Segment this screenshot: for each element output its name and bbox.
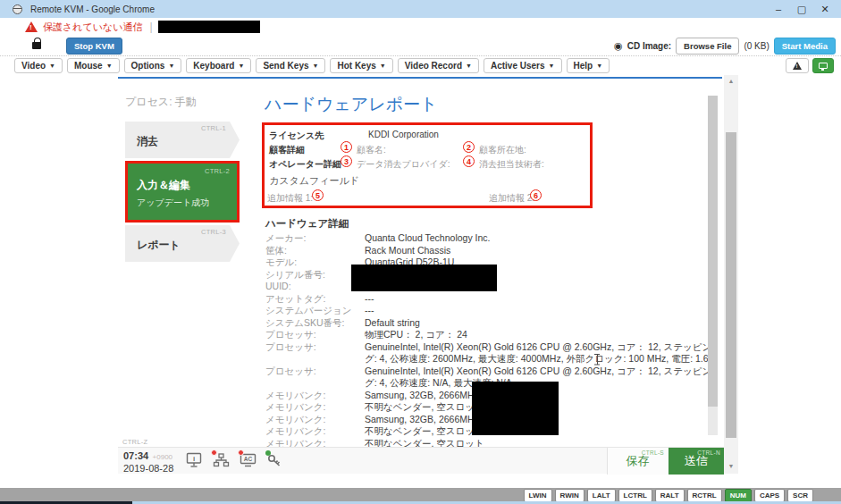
hardware-row-label: メーカー: xyxy=(265,232,306,245)
cd-image-size: (0 KB) xyxy=(744,41,769,51)
customer-location-field-label[interactable]: 顧客所在地: xyxy=(479,144,526,156)
hardware-details-heading: ハードウェア詳細 xyxy=(265,217,349,231)
key-icon[interactable] xyxy=(266,452,283,468)
menu-hot-keys[interactable]: Hot Keys▼ xyxy=(330,58,392,73)
page-scrollbar-track[interactable] xyxy=(708,407,718,435)
remote-screen: プロセス: 手動 CTRL-1消去CTRL-2入力＆編集アップデート成功CTRL… xyxy=(0,75,841,488)
menu-active-users[interactable]: Active Users▼ xyxy=(484,58,562,73)
close-button[interactable]: ✕ xyxy=(813,2,837,16)
start-media-button[interactable]: Start Media xyxy=(774,38,836,55)
hardware-row: 筐体:Rack Mount Chassis xyxy=(265,245,721,257)
extra-info-1-label[interactable]: 追加情報 1: xyxy=(267,192,313,205)
hardware-row: システムバージョン--- xyxy=(265,305,721,317)
menu-mouse[interactable]: Mouse▼ xyxy=(67,58,120,73)
address-separator: | xyxy=(150,21,153,33)
notification-badge xyxy=(211,449,217,456)
hardware-row-value: --- xyxy=(365,305,374,315)
hardware-row-value: GenuineIntel, Intel(R) Xeon(R) Gold 6126… xyxy=(365,341,718,365)
viewer-scrollbar[interactable]: ▲ ▼ xyxy=(724,75,738,474)
save-button[interactable]: CTRL-S 保存 xyxy=(607,448,668,475)
menu-send-keys[interactable]: Send Keys▼ xyxy=(256,58,325,73)
hardware-row-value: 不明なベンダー, 空スロット xyxy=(365,401,484,412)
monitor-ac-icon[interactable]: AC xyxy=(240,452,257,468)
scroll-down-icon[interactable]: ▼ xyxy=(724,463,738,469)
hardware-row-value: Quanta Cloud Technology Inc. xyxy=(365,232,490,243)
date-value: 2019-08-28 xyxy=(123,463,173,474)
custom-fields-heading: カスタムフィールド xyxy=(269,174,359,188)
chevron-down-icon: ▼ xyxy=(238,63,244,69)
send-button[interactable]: CTRL-N 送信 xyxy=(669,448,724,475)
alert-button[interactable] xyxy=(786,58,809,73)
step-shortcut: CTRL-2 xyxy=(205,167,230,175)
chevron-down-icon: ▼ xyxy=(168,63,174,69)
keystate-ralt[interactable]: RALT xyxy=(655,489,685,502)
hardware-row-label: モデル: xyxy=(265,256,297,269)
menu-keyboard[interactable]: Keyboard▼ xyxy=(186,58,251,73)
erasure-provider-field-label[interactable]: データ消去プロバイダ: xyxy=(357,158,450,171)
redacted-memory-serials xyxy=(472,382,559,435)
hardware-row-label: システムSKU番号: xyxy=(265,317,345,330)
window-title: Remote KVM - Google Chrome xyxy=(30,4,155,14)
maximize-button[interactable]: ▢ xyxy=(790,2,813,16)
chevron-down-icon: ▼ xyxy=(596,63,602,69)
keystate-rctrl[interactable]: RCTRL xyxy=(687,489,722,502)
annotation-6: 6 xyxy=(530,189,542,201)
remote-screen-button[interactable] xyxy=(812,58,834,73)
monitor-icon xyxy=(819,63,828,69)
erasure-technician-field-label[interactable]: 消去担当技術者: xyxy=(479,158,544,171)
hardware-row-value: 物理CPU： 2, コア： 24 xyxy=(365,329,467,340)
step-shortcut: CTRL-3 xyxy=(201,228,226,236)
process-step-3[interactable]: CTRL-3レポート xyxy=(125,225,240,262)
hardware-row-label: メモリバンク: xyxy=(265,390,325,402)
time-value: 07:34 xyxy=(123,450,148,461)
keystate-lalt[interactable]: LALT xyxy=(587,489,616,502)
monitor-info-icon[interactable]: i xyxy=(186,452,203,468)
process-step-1[interactable]: CTRL-1消去 xyxy=(125,122,240,158)
extra-info-2-label[interactable]: 追加情報 2: xyxy=(489,192,534,205)
annotation-3: 3 xyxy=(341,155,352,167)
menu-video-record[interactable]: Video Record▼ xyxy=(398,58,479,73)
warning-triangle-icon xyxy=(793,62,802,70)
network-tree-icon[interactable] xyxy=(213,452,230,468)
page-favicon-icon xyxy=(13,4,22,14)
customer-name-field-label[interactable]: 顧客名: xyxy=(357,144,386,156)
customer-details-label: 顧客詳細 xyxy=(269,144,305,156)
keystate-scr[interactable]: SCR xyxy=(787,489,813,502)
notification-badge xyxy=(238,449,244,456)
annotation-5: 5 xyxy=(312,189,324,201)
hardware-row: アセットタグ:--- xyxy=(265,293,721,306)
address-bar: 保護されていない通信 | xyxy=(0,18,841,36)
minimize-button[interactable]: – xyxy=(767,2,790,16)
security-warning-icon[interactable] xyxy=(25,21,38,32)
cd-image-label: CD Image: xyxy=(627,41,671,51)
hardware-row-value: --- xyxy=(365,293,374,304)
kvm-toolbar: Stop KVM ◉ CD Image: Browse File (0 KB) … xyxy=(0,36,841,56)
hardware-row-label: システムバージョン xyxy=(265,305,351,317)
cd-image-icon: ◉ xyxy=(614,40,623,52)
license-label: ライセンス先 xyxy=(269,130,324,142)
status-dot xyxy=(265,450,271,456)
process-step-2[interactable]: CTRL-2入力＆編集アップデート成功 xyxy=(125,161,240,223)
viewer-scrollbar-thumb[interactable] xyxy=(726,132,736,438)
keystate-lwin[interactable]: LWIN xyxy=(524,489,552,502)
security-warning-text[interactable]: 保護されていない通信 xyxy=(43,21,143,34)
step-shortcut: CTRL-1 xyxy=(201,124,226,132)
keystate-lctrl[interactable]: LCTRL xyxy=(618,489,652,502)
page-title: ハードウェアレポート xyxy=(265,93,438,116)
menu-help[interactable]: Help▼ xyxy=(567,58,610,73)
browse-file-button[interactable]: Browse File xyxy=(676,38,739,55)
menu-options[interactable]: Options▼ xyxy=(124,58,182,73)
hardware-row-label: UUID: xyxy=(265,281,291,293)
menu-video[interactable]: Video▼ xyxy=(14,58,63,73)
text-cursor xyxy=(593,354,601,365)
page-scrollbar-thumb[interactable] xyxy=(708,96,718,407)
stop-kvm-button[interactable]: Stop KVM xyxy=(66,38,122,55)
redacted-serial-uuid xyxy=(351,265,497,291)
clock: 07:34 +0900 2019-08-28 xyxy=(123,449,173,474)
annotation-4: 4 xyxy=(463,155,475,167)
scroll-up-icon[interactable]: ▲ xyxy=(724,78,738,84)
hardware-row-label: メモリバンク: xyxy=(265,401,325,414)
keystate-rwin[interactable]: RWIN xyxy=(555,489,584,502)
keystate-num[interactable]: NUM xyxy=(725,489,752,502)
keystate-caps[interactable]: CAPS xyxy=(754,489,785,502)
